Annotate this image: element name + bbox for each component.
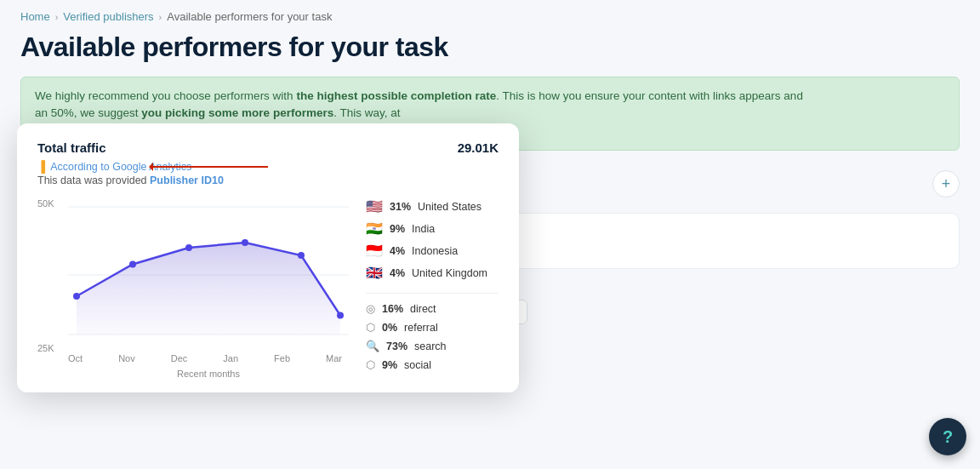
pct-in: 9% bbox=[390, 223, 405, 235]
traffic-source-list: ◎ 16% direct ⬡ 0% referral 🔍 73% search bbox=[366, 302, 499, 371]
pct-us: 31% bbox=[390, 201, 411, 213]
list-item: 🇬🇧 4% United Kingdom bbox=[366, 265, 499, 281]
search-icon: 🔍 bbox=[366, 340, 379, 352]
popup-content: 50K 25K bbox=[37, 198, 499, 379]
breadcrumb: Home › Verified publishers › Available p… bbox=[0, 0, 980, 28]
x-label-mar: Mar bbox=[326, 353, 342, 363]
banner-bold-2: you picking some more performers bbox=[141, 106, 333, 119]
add-button[interactable]: + bbox=[932, 170, 960, 197]
banner-text-1: We highly recommend you choose performer… bbox=[35, 89, 296, 102]
flag-id: 🇮🇩 bbox=[366, 243, 383, 259]
popup-publisher-id: This data was provided Publisher ID10 bbox=[37, 174, 499, 186]
name-social: social bbox=[404, 359, 431, 371]
help-button[interactable]: ? bbox=[929, 418, 966, 455]
name-search: search bbox=[414, 340, 447, 352]
name-in: India bbox=[412, 223, 435, 235]
popup-total: 29.01K bbox=[458, 140, 499, 155]
page-title: Available performers for your task bbox=[0, 28, 980, 77]
pct-search: 73% bbox=[386, 340, 407, 352]
breadcrumb-sep-2: › bbox=[159, 12, 162, 22]
breadcrumb-verified-publishers[interactable]: Verified publishers bbox=[63, 10, 153, 23]
list-item: ⬡ 0% referral bbox=[366, 321, 499, 334]
page-wrapper: Home › Verified publishers › Available p… bbox=[0, 0, 980, 469]
name-referral: referral bbox=[404, 322, 438, 334]
help-icon: ? bbox=[943, 427, 953, 447]
x-label-feb: Feb bbox=[274, 353, 290, 363]
analytics-icon: ▐ bbox=[37, 160, 45, 173]
source-label: According to Google Analytics bbox=[50, 161, 191, 173]
list-item: ⬡ 9% social bbox=[366, 358, 499, 371]
pct-id: 4% bbox=[390, 245, 405, 257]
name-id: Indonesia bbox=[412, 245, 458, 257]
name-gb: United Kingdom bbox=[412, 267, 487, 279]
svg-point-4 bbox=[73, 293, 80, 300]
stats-panel: 🇺🇸 31% United States 🇮🇳 9% India 🇮🇩 4% I… bbox=[349, 198, 499, 379]
flag-gb: 🇬🇧 bbox=[366, 265, 383, 281]
chart-area: 50K 25K bbox=[37, 198, 349, 379]
svg-point-5 bbox=[129, 261, 136, 268]
list-item: 🇺🇸 31% United States bbox=[366, 198, 499, 214]
pct-direct: 16% bbox=[382, 303, 403, 315]
breadcrumb-home[interactable]: Home bbox=[20, 10, 50, 23]
chart-y-min: 25K bbox=[37, 343, 54, 353]
pct-gb: 4% bbox=[390, 267, 405, 279]
banner-text-2: . This is how you ensure your content wi… bbox=[496, 89, 803, 102]
pct-social: 9% bbox=[382, 359, 397, 371]
popup-title: Total traffic bbox=[37, 140, 106, 155]
svg-point-8 bbox=[298, 252, 305, 259]
name-direct: direct bbox=[410, 303, 436, 315]
svg-point-7 bbox=[242, 239, 248, 246]
breadcrumb-current: Available performers for your task bbox=[167, 10, 332, 23]
divider bbox=[366, 293, 499, 294]
x-label-nov: Nov bbox=[118, 353, 135, 363]
flag-in: 🇮🇳 bbox=[366, 220, 383, 237]
chart-y-max: 50K bbox=[37, 198, 54, 209]
name-us: United States bbox=[418, 201, 481, 213]
list-item: 🔍 73% search bbox=[366, 340, 499, 352]
add-button-spacer: + bbox=[932, 170, 960, 197]
pct-referral: 0% bbox=[382, 322, 397, 334]
popup-source-row: ▐ According to Google Analytics bbox=[37, 160, 499, 173]
popup-header: Total traffic 29.01K bbox=[37, 140, 499, 155]
traffic-popup: Total traffic 29.01K ▐ According to Goog… bbox=[17, 123, 519, 392]
chart-caption: Recent months bbox=[68, 369, 349, 379]
x-label-dec: Dec bbox=[171, 353, 188, 363]
direct-icon: ◎ bbox=[366, 302, 375, 315]
list-item: 🇮🇩 4% Indonesia bbox=[366, 243, 499, 259]
flag-us: 🇺🇸 bbox=[366, 198, 383, 214]
svg-point-9 bbox=[337, 312, 344, 319]
traffic-chart bbox=[68, 198, 349, 347]
x-label-oct: Oct bbox=[68, 353, 83, 363]
country-list: 🇺🇸 31% United States 🇮🇳 9% India 🇮🇩 4% I… bbox=[366, 198, 499, 281]
list-item: 🇮🇳 9% India bbox=[366, 220, 499, 237]
referral-icon: ⬡ bbox=[366, 321, 375, 334]
list-item: ◎ 16% direct bbox=[366, 302, 499, 315]
publisher-id-link[interactable]: Publisher ID10 bbox=[150, 174, 224, 186]
social-icon: ⬡ bbox=[366, 358, 375, 371]
x-label-jan: Jan bbox=[223, 353, 238, 363]
svg-point-6 bbox=[185, 244, 192, 251]
breadcrumb-sep-1: › bbox=[55, 12, 59, 22]
banner-bold-1: the highest possible completion rate bbox=[296, 89, 496, 102]
banner-text-4: . This way, at bbox=[333, 106, 400, 119]
banner-text-3: an 50%, we suggest bbox=[35, 106, 141, 119]
chart-x-labels: Oct Nov Dec Jan Feb Mar bbox=[68, 353, 349, 363]
